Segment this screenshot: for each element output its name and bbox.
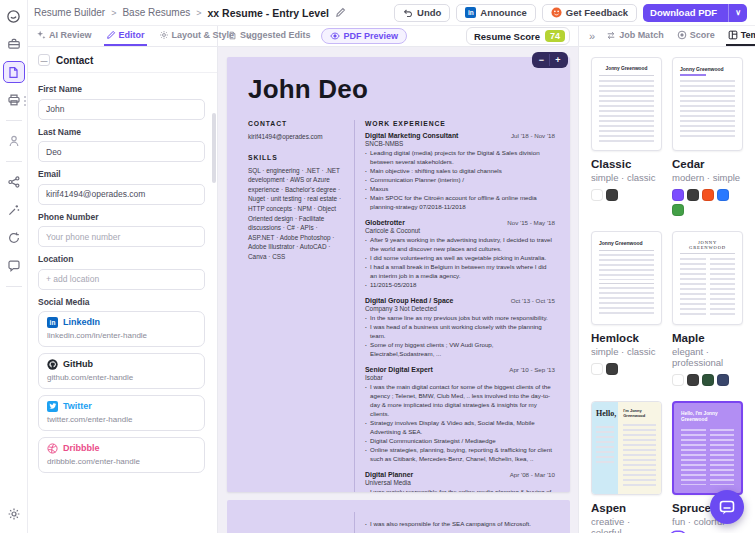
social-card-github[interactable]: GitHub github.com/enter-handle: [38, 353, 205, 389]
social-name: GitHub: [63, 359, 93, 369]
location-field[interactable]: [38, 269, 205, 290]
template-card-maple: JONNY GREENWOOD Maple elegant · professi…: [672, 231, 743, 386]
header-actions: Undo in Announce Get Feedback Download P…: [394, 4, 747, 22]
social-card-linkedin[interactable]: in LinkedIn linkedin.com/in/enter-handle: [38, 311, 205, 347]
resume-page-2[interactable]: I was also responsible for the SEA campa…: [227, 500, 570, 533]
zoom-in-button[interactable]: +: [550, 54, 566, 66]
template-thumbnail[interactable]: JONNY GREENWOOD: [672, 231, 743, 325]
contact-section-header: — Contact: [28, 47, 217, 73]
template-thumbnail[interactable]: Jonny Greenwood: [591, 231, 662, 325]
undo-button[interactable]: Undo: [394, 4, 450, 22]
announce-button[interactable]: in Announce: [456, 4, 535, 22]
preview-tabbar: Suggested Edits PDF Preview Resume Score…: [218, 26, 578, 47]
preview-column: Suggested Edits PDF Preview Resume Score…: [218, 26, 578, 533]
zoom-out-button[interactable]: −: [534, 54, 550, 66]
expand-panel-icon[interactable]: »: [589, 30, 595, 42]
resume-page-1[interactable]: John Deo CONTACT kirif41494@operades.com…: [227, 57, 570, 492]
color-swatch[interactable]: [591, 363, 603, 375]
template-tagline: modern · simple: [672, 172, 743, 183]
color-swatch[interactable]: [591, 189, 603, 201]
chat-bubble-icon: [719, 500, 735, 515]
tab-ai-review[interactable]: AI Review: [34, 26, 94, 46]
swap-arrows-icon: [606, 31, 616, 40]
color-swatch[interactable]: [606, 189, 618, 201]
sidebar-item-profile[interactable]: [3, 130, 25, 152]
github-icon: [47, 359, 58, 370]
last-name-field[interactable]: [38, 141, 205, 162]
tab-editor[interactable]: Editor: [104, 26, 147, 46]
template-swatches: [591, 363, 662, 375]
social-card-dribbble[interactable]: Dribbble dribbble.com/enter-handle: [38, 437, 205, 473]
template-swatches: [591, 189, 662, 201]
breadcrumb-base-resumes[interactable]: Base Resumes: [122, 7, 190, 18]
settings-gear-icon[interactable]: [3, 503, 25, 525]
scrollbar-thumb[interactable]: [212, 113, 216, 183]
first-name-field[interactable]: [38, 99, 205, 120]
rename-pencil-icon[interactable]: [335, 7, 346, 18]
pdf-preview-area: − + John Deo CONTACT kirif41494@operades…: [218, 47, 578, 533]
sidebar-item-chat[interactable]: [3, 255, 25, 277]
twitter-icon: [47, 401, 58, 412]
feedback-face-icon: [551, 7, 562, 18]
download-pdf-button[interactable]: Download PDF ∨: [643, 4, 747, 22]
sidebar-item-refresh[interactable]: [3, 227, 25, 249]
breadcrumb-resume-builder[interactable]: Resume Builder: [34, 7, 105, 18]
template-name: Aspen: [591, 502, 662, 514]
template-card-classic: Jonny Greenwood Classic simple · classic: [591, 57, 662, 216]
experience-entry: Digital PlannerApr '08 - Mar '10 Univers…: [365, 471, 555, 492]
resume-name: John Deo: [248, 74, 555, 105]
tab-score[interactable]: Score: [675, 26, 717, 46]
email-field[interactable]: [38, 184, 205, 205]
linkedin-icon: in: [465, 7, 476, 18]
color-swatch[interactable]: [672, 204, 684, 216]
get-feedback-button[interactable]: Get Feedback: [542, 4, 637, 22]
chat-launcher-button[interactable]: [710, 490, 744, 524]
tab-pdf-preview[interactable]: PDF Preview: [321, 28, 408, 44]
color-swatch[interactable]: [702, 189, 714, 201]
template-tagline: elegant · professional: [672, 346, 743, 368]
color-swatch[interactable]: [687, 189, 699, 201]
color-swatch[interactable]: [702, 374, 714, 386]
template-thumbnail[interactable]: Hello, I'm Jonny Greenwood: [591, 401, 662, 495]
tab-templates[interactable]: Templates: [726, 26, 755, 46]
social-card-twitter[interactable]: Twitter twitter.com/enter-handle: [38, 395, 205, 431]
collapse-panel-icon[interactable]: «: [246, 30, 252, 42]
resume-contact-heading: CONTACT: [248, 120, 345, 127]
rail-divider: [6, 120, 22, 121]
color-swatch[interactable]: [717, 374, 729, 386]
resume-score-pill[interactable]: Resume Score 74: [466, 27, 570, 45]
color-swatch[interactable]: [672, 189, 684, 201]
sidebar-item-magic-wand[interactable]: [3, 199, 25, 221]
color-swatch[interactable]: [606, 363, 618, 375]
template-thumbnail[interactable]: Jonny Greenwood: [591, 57, 662, 151]
color-swatch[interactable]: [672, 374, 684, 386]
tab-job-match[interactable]: Job Match: [604, 26, 666, 46]
chevron-down-icon[interactable]: ∨: [728, 4, 747, 22]
sparkles-icon: [36, 30, 46, 40]
social-name: Dribbble: [63, 443, 100, 453]
rail-divider: [6, 286, 22, 287]
color-swatch[interactable]: [717, 189, 729, 201]
sidebar-item-resumes[interactable]: [3, 61, 25, 83]
tab-layout-style[interactable]: Layout & Style: [157, 26, 237, 46]
first-name-label: First Name: [38, 84, 205, 94]
color-swatch[interactable]: [687, 374, 699, 386]
score-badge: 74: [545, 30, 565, 42]
template-name: Maple: [672, 332, 743, 344]
tab-suggested-edits[interactable]: Suggested Edits: [226, 26, 313, 46]
breadcrumb: Resume Builder > Base Resumes > xx Resum…: [34, 7, 346, 19]
app-logo-icon[interactable]: [3, 5, 25, 27]
templates-list: Jonny Greenwood Classic simple · classic: [579, 47, 755, 533]
sidebar-item-briefcase[interactable]: [3, 33, 25, 55]
panel-resize-handle[interactable]: [24, 94, 26, 108]
template-thumbnail-selected[interactable]: Hello, I'm Jonny Greenwood: [672, 401, 743, 495]
template-thumbnail[interactable]: Jonny Greenwood: [672, 57, 743, 151]
collapse-section-icon[interactable]: —: [38, 54, 50, 66]
experience-entry: Digital Marketing ConsultantJul '18 - No…: [365, 132, 555, 212]
sidebar-item-printer[interactable]: [3, 89, 25, 111]
sidebar-item-share-nodes[interactable]: [3, 171, 25, 193]
template-tagline: simple · classic: [591, 346, 662, 357]
resume-experience-heading: WORK EXPERIENCE: [365, 120, 555, 127]
phone-field[interactable]: [38, 226, 205, 247]
social-name: LinkedIn: [63, 317, 100, 327]
